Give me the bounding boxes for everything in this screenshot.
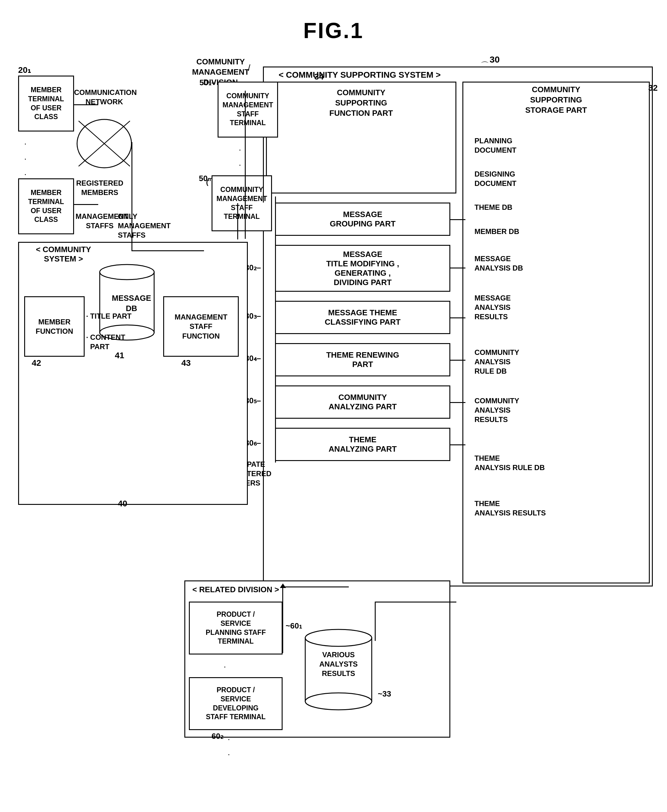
message-title-modifying-box: MESSAGETITLE MODIFYING ,GENERATING ,DIVI… xyxy=(275,245,450,292)
ref-50-1: 50₁– xyxy=(199,78,216,87)
line-mtn-net xyxy=(74,204,98,205)
ref-33: ~33 xyxy=(378,689,391,699)
title-part-label: · TITLE PART xyxy=(86,311,131,321)
line-net-system xyxy=(131,142,133,251)
member-db: MEMBER DB xyxy=(471,227,645,236)
product-planning-box: PRODUCT /SERVICEPLANNING STAFFTERMINAL xyxy=(189,601,282,654)
line-analysts-css xyxy=(375,601,376,641)
theme-db: THEME DB xyxy=(471,203,645,212)
ref-41: 41 xyxy=(115,351,124,360)
planning-document: PLANNINGDOCUMENT xyxy=(471,136,645,155)
line-grouping-storage xyxy=(450,219,465,220)
line-cs-css xyxy=(263,138,264,203)
community-analysis-results: COMMUNITYANALYSISRESULTS xyxy=(471,396,645,424)
theme-analyzing-box: THEMEANALYZING PART xyxy=(275,428,450,461)
theme-analysis-results: THEMEANALYSIS RESULTS xyxy=(471,499,645,518)
network-oval xyxy=(76,118,133,169)
content-part-label: · CONTENT PART xyxy=(86,332,125,351)
line-mt1-net xyxy=(74,104,98,105)
dots-4: · · xyxy=(221,732,230,762)
ref-43: 43 xyxy=(181,358,191,368)
line-mgmt-div xyxy=(245,91,246,239)
related-division-label: < RELATED DIVISION > xyxy=(191,585,281,594)
ref-30-label: 30 xyxy=(489,55,499,65)
cmgmt-staff-terminal-m-ref: ( xyxy=(206,178,208,186)
line-theme-class-storage xyxy=(450,317,465,318)
theme-analysis-rule-db: THEMEANALYSIS RULE DB xyxy=(471,453,645,472)
product-developing-box: PRODUCT /SERVICEDEVELOPINGSTAFF TERMINAL xyxy=(189,677,282,730)
svg-point-4 xyxy=(100,264,154,280)
message-grouping-box: MESSAGEGROUPING PART xyxy=(275,203,450,236)
line-50m-community xyxy=(237,203,238,239)
ref-32-label: 32 xyxy=(648,83,658,93)
cmgmt-brace: / xyxy=(248,63,250,73)
registered-members-label: REGISTEREDMEMBERS xyxy=(76,178,124,197)
community-analyzing-box: COMMUNITYANALYZING PART xyxy=(275,385,450,419)
community-system-label: < COMMUNITY SYSTEM > xyxy=(24,245,103,264)
line-net-system-h xyxy=(131,250,204,251)
diagram: 30 ⌒ < COMMUNITY SUPPORTING SYSTEM > 32 … xyxy=(15,48,652,797)
member-terminal-1-box: MEMBERTERMINALOF USERCLASS xyxy=(18,76,74,131)
line-renew-storage xyxy=(450,360,465,360)
ref-40: 40 xyxy=(118,499,127,508)
community-analysis-rule-db: COMMUNITYANALYSISRULE DB xyxy=(471,348,645,376)
management-staff-function-box: MANAGEMENTSTAFFFUNCTION xyxy=(163,296,239,357)
message-analysis-results: MESSAGEANALYSISRESULTS xyxy=(471,293,645,322)
svg-marker-9 xyxy=(280,583,286,588)
message-analysis-db: MESSAGEANALYSIS DB xyxy=(471,254,645,273)
ref-60-1: ~60₁ xyxy=(285,621,302,631)
line-rel-css-v xyxy=(282,586,283,653)
member-terminal-n-box: MEMBERTERMINALOF USERCLASS xyxy=(18,178,74,234)
community-supporting-system-label: < COMMUNITY SUPPORTING SYSTEM > xyxy=(269,70,450,80)
svg-point-8 xyxy=(305,693,372,710)
line-title-storage xyxy=(450,267,465,269)
line-comm-analyze-storage xyxy=(450,402,465,403)
cmgmt-staff-terminal-1-box: COMMUNITYMANAGEMENTSTAFFTERMINAL xyxy=(217,81,278,138)
ref-34-label: 34 xyxy=(314,72,324,81)
designing-document: DESIGNINGDOCUMENT xyxy=(471,169,645,188)
page-title: FIG.1 xyxy=(0,0,667,43)
message-db-label: MESSAGEDB xyxy=(107,293,156,314)
only-management-staffs-label: ONLYMANAGEMENTSTAFFS xyxy=(118,212,178,240)
line-parts-v xyxy=(275,196,276,463)
line-analysts-css-h xyxy=(375,601,456,603)
member-function-box: MEMBERFUNCTION xyxy=(24,296,85,357)
various-analysts-label: VARIOUSANALYSTSRESULTS xyxy=(305,650,372,678)
ref-20-1: 20₁ xyxy=(18,65,31,75)
communication-network-label: COMMUNICATIONNETWORK xyxy=(74,88,134,106)
message-theme-classifying-box: MESSAGE THEMECLASSIFYING PART xyxy=(275,301,450,334)
community-supporting-function-label: COMMUNITYSUPPORTINGFUNCTION PART xyxy=(269,88,453,118)
arrow-up-1 xyxy=(280,583,286,589)
line-theme-analyze-storage xyxy=(450,444,465,445)
ref-30-brace: ⌒ xyxy=(481,60,489,71)
community-supporting-storage-header: COMMUNITYSUPPORTINGSTORAGE PART xyxy=(465,85,647,115)
svg-point-7 xyxy=(305,629,372,646)
theme-renewing-box: THEME RENEWINGPART xyxy=(275,343,450,376)
management-staffs-label: MANAGEMENTSTAFFS xyxy=(76,212,124,230)
line-rel-css-h xyxy=(282,586,349,588)
ref-42: 42 xyxy=(32,358,41,368)
